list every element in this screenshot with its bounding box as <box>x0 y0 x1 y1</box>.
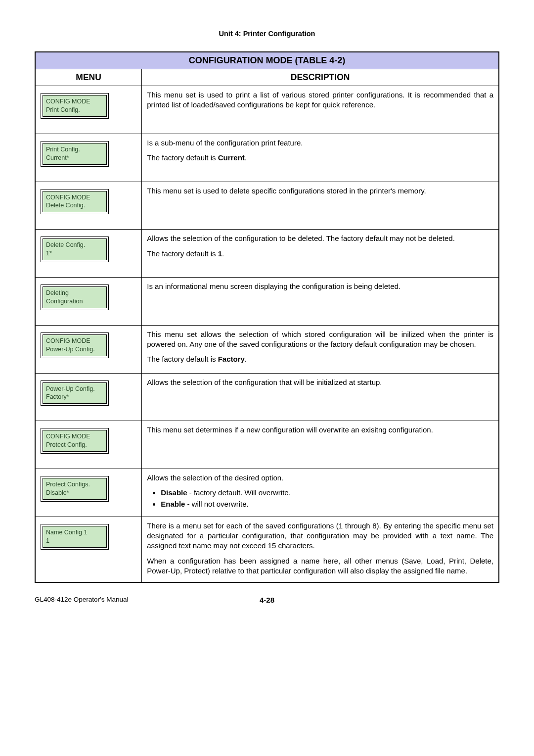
menu-line: Print Config. <box>46 146 80 153</box>
menu-button: CONFIG MODE Print Config. <box>41 93 109 119</box>
menu-button: Delete Config. 1* <box>41 236 109 262</box>
menu-line: Configuration <box>46 298 83 305</box>
menu-line: Power-Up Config. <box>46 385 95 392</box>
description-cell: There is a menu set for each of the save… <box>142 517 499 582</box>
table-row: CONFIG MODE Print Config. This menu set … <box>35 86 499 134</box>
menu-line: Deleting <box>46 289 69 296</box>
menu-button: Print Config. Current* <box>41 141 109 167</box>
menu-line: Factory* <box>46 393 69 400</box>
description-text: The factory default is 1. <box>147 249 493 259</box>
column-header-description: DESCRIPTION <box>142 69 499 86</box>
menu-button-inner: Delete Config. 1* <box>43 238 107 260</box>
bold-value: Enable <box>161 500 185 508</box>
menu-cell: CONFIG MODE Print Config. <box>35 86 142 134</box>
table-row: Name Config 1 1 There is a menu set for … <box>35 517 499 582</box>
menu-button: Power-Up Config. Factory* <box>41 380 109 406</box>
bullet-item: Enable - will not overwrite. <box>161 499 493 509</box>
menu-button: CONFIG MODE Power-Up Config. <box>41 332 109 358</box>
description-text: Allows the selection of the configuratio… <box>147 378 493 387</box>
footer-manual-title: GL408-412e Operator's Manual <box>35 596 128 603</box>
text-span: . <box>245 355 247 363</box>
description-cell: Allows the selection of the desired opti… <box>142 469 499 517</box>
table-row: Print Config. Current* Is a sub-menu of … <box>35 134 499 182</box>
bold-value: 1 <box>218 249 222 258</box>
menu-cell: Delete Config. 1* <box>35 230 142 278</box>
description-cell: Allows the selection of the configuratio… <box>142 373 499 421</box>
menu-line: Delete Config. <box>46 241 85 248</box>
menu-button: Protect Configs. Disable* <box>41 476 109 502</box>
description-cell: Is an informational menu screen displayi… <box>142 278 499 326</box>
menu-button: CONFIG MODE Delete Config. <box>41 189 109 215</box>
text-span: The factory default is <box>147 249 218 258</box>
bold-value: Factory <box>218 355 245 363</box>
menu-cell: CONFIG MODE Power-Up Config. <box>35 325 142 373</box>
configuration-mode-table: CONFIGURATION MODE (TABLE 4-2) MENU DESC… <box>35 51 499 583</box>
table-row: Protect Configs. Disable* Allows the sel… <box>35 469 499 517</box>
menu-cell: CONFIG MODE Protect Config. <box>35 421 142 469</box>
menu-button-inner: CONFIG MODE Print Config. <box>43 95 107 117</box>
menu-button-inner: CONFIG MODE Delete Config. <box>43 191 107 213</box>
text-span: . <box>245 153 247 162</box>
page-footer: GL408-412e Operator's Manual 4-28 <box>35 596 499 606</box>
menu-button: Name Config 1 1 <box>41 524 109 550</box>
text-span: . <box>222 249 224 258</box>
menu-line: Name Config 1 <box>46 529 87 536</box>
menu-line: Disable* <box>46 489 69 496</box>
table-row: CONFIG MODE Power-Up Config. This menu s… <box>35 325 499 373</box>
table-row: Delete Config. 1* Allows the selection o… <box>35 230 499 278</box>
description-text: There is a menu set for each of the save… <box>147 521 493 551</box>
table-row: CONFIG MODE Protect Config. This menu se… <box>35 421 499 469</box>
description-text: Allows the selection of the desired opti… <box>147 473 493 483</box>
description-text: Is an informational menu screen displayi… <box>147 282 493 291</box>
menu-line: Print Config. <box>46 106 80 113</box>
menu-line: 1 <box>46 537 49 544</box>
menu-line: CONFIG MODE <box>46 337 90 344</box>
description-cell: This menu set allows the selection of wh… <box>142 325 499 373</box>
menu-line: CONFIG MODE <box>46 98 90 105</box>
table-row: Power-Up Config. Factory* Allows the sel… <box>35 373 499 421</box>
menu-cell: Print Config. Current* <box>35 134 142 182</box>
description-text: The factory default is Current. <box>147 153 493 163</box>
table-title: CONFIGURATION MODE (TABLE 4-2) <box>35 52 499 69</box>
text-span: The factory default is <box>147 355 218 363</box>
menu-line: Delete Config. <box>46 202 85 209</box>
bold-value: Current <box>218 153 245 162</box>
menu-cell: CONFIG MODE Delete Config. <box>35 182 142 230</box>
unit-header: Unit 4: Printer Configuration <box>35 30 499 38</box>
menu-cell: Power-Up Config. Factory* <box>35 373 142 421</box>
menu-cell: Protect Configs. Disable* <box>35 469 142 517</box>
text-span: The factory default is <box>147 153 218 162</box>
menu-line: 1* <box>46 250 52 257</box>
text-span: - factory default. Will overwrite. <box>187 488 291 497</box>
description-text: This menu set allows the selection of wh… <box>147 330 493 350</box>
description-cell: This menu set determines if a new config… <box>142 421 499 469</box>
menu-button-inner: CONFIG MODE Power-Up Config. <box>43 334 107 356</box>
menu-button-inner: Print Config. Current* <box>43 143 107 165</box>
table-row: CONFIG MODE Delete Config. This menu set… <box>35 182 499 230</box>
menu-line: Power-Up Config. <box>46 346 95 353</box>
menu-button-inner: Name Config 1 1 <box>43 526 107 548</box>
menu-button-inner: Protect Configs. Disable* <box>43 478 107 500</box>
description-text: This menu set is used to print a list of… <box>147 90 493 110</box>
description-text: When a configuration has been assigned a… <box>147 556 493 576</box>
menu-line: CONFIG MODE <box>46 433 90 440</box>
menu-line: CONFIG MODE <box>46 194 90 201</box>
menu-button-inner: Power-Up Config. Factory* <box>43 382 107 404</box>
menu-cell: Deleting Configuration <box>35 278 142 326</box>
description-cell: Allows the selection of the configuratio… <box>142 230 499 278</box>
menu-line: Protect Config. <box>46 441 87 448</box>
description-text: Allows the selection of the configuratio… <box>147 234 493 243</box>
description-cell: This menu set is used to print a list of… <box>142 86 499 134</box>
description-text: The factory default is Factory. <box>147 354 493 364</box>
menu-cell: Name Config 1 1 <box>35 517 142 582</box>
description-text: This menu set is used to delete specific… <box>147 186 493 196</box>
text-span: - will not overwrite. <box>185 500 248 508</box>
menu-button: Deleting Configuration <box>41 284 109 310</box>
menu-button-inner: Deleting Configuration <box>43 286 107 308</box>
description-cell: Is a sub-menu of the configuration print… <box>142 134 499 182</box>
bullet-list: Disable - factory default. Will overwrit… <box>147 488 493 509</box>
bullet-item: Disable - factory default. Will overwrit… <box>161 488 493 498</box>
description-cell: This menu set is used to delete specific… <box>142 182 499 230</box>
menu-line: Current* <box>46 154 69 161</box>
bold-value: Disable <box>161 488 187 497</box>
